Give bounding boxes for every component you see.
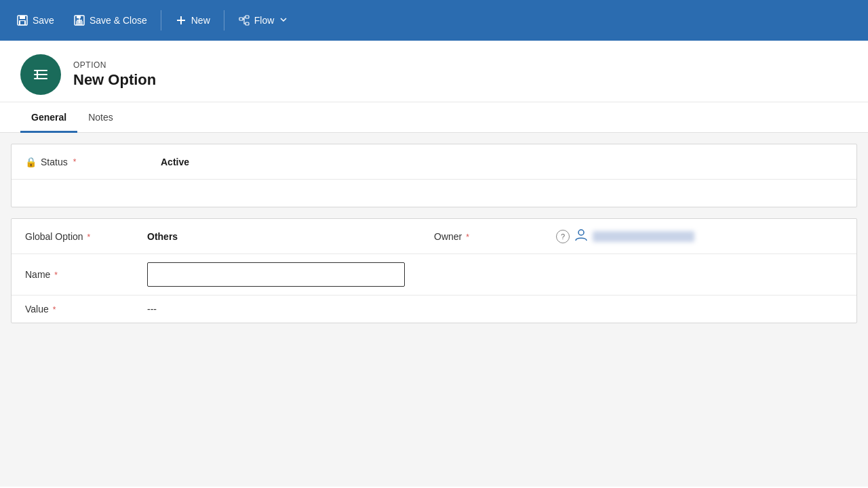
- save-close-button[interactable]: Save & Close: [65, 10, 155, 30]
- svg-rect-11: [245, 22, 249, 25]
- header-area: OPTION New Option: [0, 41, 868, 102]
- new-icon: [175, 14, 187, 26]
- flow-button[interactable]: Flow: [230, 10, 296, 30]
- name-label: Name: [25, 269, 50, 280]
- entity-title: New Option: [73, 71, 156, 89]
- owner-label-group: Owner *: [434, 231, 556, 242]
- owner-value-area: ?: [556, 227, 694, 245]
- value-display: ---: [147, 304, 157, 314]
- global-option-owner-row: Global Option * Others Owner * ?: [12, 219, 856, 254]
- flow-label: Flow: [254, 15, 275, 26]
- status-section: 🔒 Status * Active: [11, 144, 857, 207]
- status-label-group: 🔒 Status *: [25, 157, 161, 167]
- svg-rect-9: [239, 18, 243, 20]
- svg-rect-1: [20, 16, 25, 19]
- svg-rect-5: [77, 16, 81, 18]
- name-row: Name *: [12, 254, 856, 296]
- tab-general[interactable]: General: [20, 102, 77, 133]
- value-row: Value * ---: [12, 296, 856, 323]
- global-option-required: *: [87, 232, 91, 242]
- save-button[interactable]: Save: [8, 10, 62, 30]
- status-label: Status: [41, 157, 68, 167]
- toolbar-divider-1: [161, 10, 161, 30]
- value-label-group: Value *: [25, 304, 147, 314]
- new-label: New: [191, 15, 210, 26]
- global-option-label: Global Option: [25, 231, 83, 242]
- entity-type-label: OPTION: [73, 60, 156, 70]
- status-spacer: [12, 180, 856, 207]
- save-close-icon: [73, 14, 85, 26]
- name-label-group: Name *: [25, 269, 147, 280]
- entity-avatar: [20, 54, 61, 95]
- tab-notes[interactable]: Notes: [77, 102, 124, 133]
- toolbar: Save Save & Close New: [0, 0, 868, 41]
- svg-rect-6: [76, 21, 83, 25]
- status-row: 🔒 Status * Active: [12, 144, 856, 180]
- value-col: Value * ---: [25, 304, 843, 314]
- save-close-label: Save & Close: [90, 15, 147, 26]
- toolbar-divider-2: [224, 10, 224, 30]
- svg-rect-10: [245, 16, 249, 18]
- flow-chevron-icon: [279, 15, 288, 26]
- owner-required: *: [466, 232, 469, 242]
- flow-icon: [238, 14, 250, 26]
- svg-point-16: [578, 230, 584, 235]
- owner-help-icon[interactable]: ?: [556, 230, 570, 243]
- status-required: *: [73, 157, 77, 167]
- header-info: OPTION New Option: [73, 60, 156, 89]
- value-required: *: [53, 305, 56, 314]
- owner-name: [593, 231, 694, 242]
- new-button[interactable]: New: [167, 10, 218, 30]
- owner-person-icon: [574, 227, 589, 245]
- value-label: Value: [25, 304, 49, 314]
- lock-icon: 🔒: [25, 157, 37, 167]
- owner-col: Owner * ?: [434, 227, 843, 245]
- save-label: Save: [33, 15, 54, 26]
- save-icon: [16, 14, 28, 26]
- global-option-value: Others: [147, 231, 178, 242]
- tabs-area: General Notes: [0, 102, 868, 133]
- status-value: Active: [161, 157, 189, 167]
- global-option-label-group: Global Option *: [25, 231, 147, 242]
- global-option-col: Global Option * Others: [25, 231, 434, 242]
- name-required: *: [54, 270, 58, 280]
- name-input[interactable]: [147, 262, 405, 287]
- details-section: Global Option * Others Owner * ?: [11, 218, 857, 323]
- owner-label: Owner: [434, 231, 462, 242]
- name-col: Name *: [25, 262, 843, 287]
- svg-rect-3: [20, 21, 24, 24]
- content-area: 🔒 Status * Active Global Option * Others…: [0, 133, 868, 487]
